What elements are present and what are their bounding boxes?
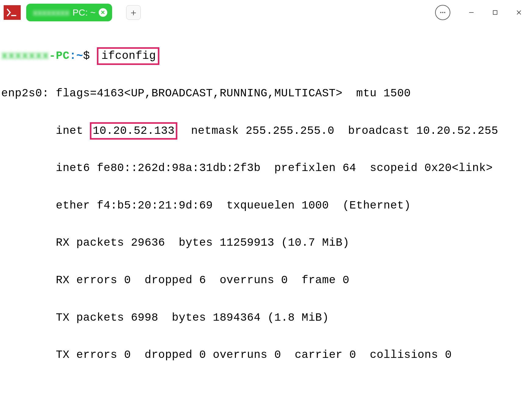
maximize-button[interactable] <box>483 3 507 22</box>
out-blank <box>1 383 531 402</box>
inet-prefix: inet <box>1 125 90 137</box>
out-enp2s0-txp: TX packets 6998 bytes 1894364 (1.8 MiB) <box>1 308 531 327</box>
out-enp2s0-inet: inet 10.20.52.133 netmask 255.255.255.0 … <box>1 122 531 140</box>
out-enp2s0-inet6: inet6 fe80::262d:98a:31db:2f3b prefixlen… <box>1 159 531 177</box>
tab-label-blurred: xxxxxxxx <box>33 7 69 18</box>
more-icon[interactable] <box>435 5 450 20</box>
prompt-user: xxxxxxx <box>1 50 49 62</box>
prompt-host: -PC <box>49 50 69 62</box>
out-enp2s0-rxp: RX packets 29636 bytes 11259913 (10.7 Mi… <box>1 233 531 252</box>
out-enp2s0-ether: ether f4:b5:20:21:9d:69 txqueuelen 1000 … <box>1 196 531 215</box>
tab-label: PC: ~ <box>73 7 96 18</box>
prompt-path: ~ <box>76 50 83 62</box>
svg-point-1 <box>440 12 441 13</box>
minimize-button[interactable] <box>459 3 483 22</box>
out-enp2s0-txe: TX errors 0 dropped 0 overruns 0 carrier… <box>1 346 531 364</box>
close-button[interactable] <box>507 3 531 22</box>
svg-rect-5 <box>493 11 497 15</box>
out-enp2s0-header: enp2s0: flags=4163<UP,BROADCAST,RUNNING,… <box>1 84 531 103</box>
inet-rest: netmask 255.255.255.0 broadcast 10.20.52… <box>177 125 498 137</box>
prompt-line: xxxxxxx-PC:~$ ifconfig <box>1 47 531 65</box>
tab-active[interactable]: xxxxxxxx PC: ~ ✕ <box>26 4 112 21</box>
svg-point-2 <box>442 12 443 13</box>
new-tab-button[interactable]: ＋ <box>126 5 141 20</box>
terminal-output[interactable]: xxxxxxx-PC:~$ ifconfig enp2s0: flags=416… <box>0 25 532 417</box>
titlebar: xxxxxxxx PC: ~ ✕ ＋ <box>0 0 532 25</box>
tab-close-icon[interactable]: ✕ <box>99 8 107 17</box>
terminal-window: xxxxxxxx PC: ~ ✕ ＋ xxxxxxx-PC:~$ ifconfi… <box>0 0 532 417</box>
prompt-sigil: $ <box>83 50 90 62</box>
prompt-colon: : <box>69 50 76 62</box>
out-enp2s0-rxe: RX errors 0 dropped 6 overruns 0 frame 0 <box>1 271 531 290</box>
window-controls <box>435 0 531 25</box>
terminal-app-icon[interactable] <box>4 5 21 20</box>
ip-highlight: 10.20.52.133 <box>90 122 177 140</box>
svg-point-3 <box>444 12 445 13</box>
command-highlight: ifconfig <box>97 47 159 65</box>
